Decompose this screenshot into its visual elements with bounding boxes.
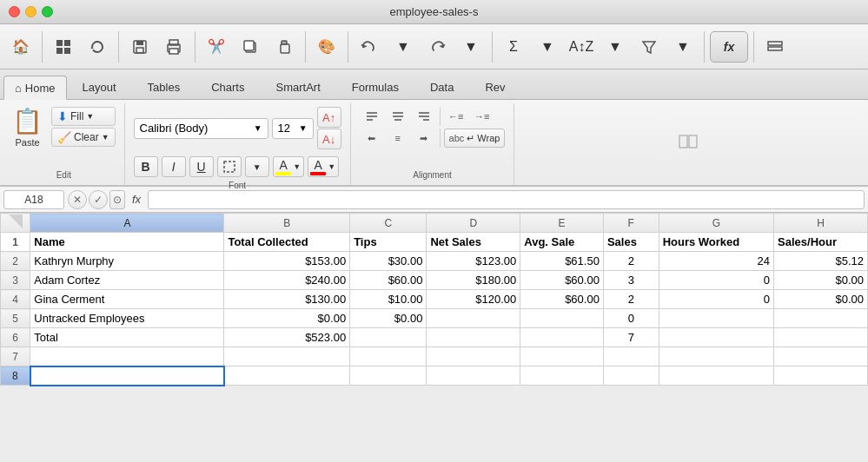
cell-G6[interactable] (659, 328, 773, 347)
cell-H6[interactable] (774, 328, 868, 347)
cell-D1[interactable]: Net Sales (427, 233, 520, 252)
font-size-selector[interactable]: 12 ▼ (272, 118, 314, 139)
copy-button[interactable] (235, 31, 266, 63)
cell-F2[interactable]: 2 (603, 252, 659, 271)
cell-B8[interactable] (224, 366, 350, 386)
tab-formulas[interactable]: Formulas (336, 75, 414, 99)
cell-C5[interactable]: $0.00 (350, 309, 427, 328)
cell-E4[interactable]: $60.00 (520, 290, 604, 309)
align-left-top[interactable] (360, 107, 384, 126)
cell-E7[interactable] (520, 347, 604, 366)
row-num-6[interactable]: 6 (1, 328, 30, 347)
cell-G8[interactable] (659, 366, 773, 386)
cell-A5[interactable]: Untracked Employees (30, 309, 224, 328)
row-num-5[interactable]: 5 (1, 309, 30, 328)
sort-dropdown[interactable]: ▼ (600, 31, 631, 63)
row-num-7[interactable]: 7 (1, 347, 30, 366)
font-decrease-button[interactable]: A↓ (317, 129, 341, 149)
cell-F8[interactable] (603, 366, 659, 386)
align-right-top[interactable] (412, 107, 436, 126)
grid-view-button[interactable] (48, 31, 79, 63)
cell-H2[interactable]: $5.12 (774, 252, 868, 271)
cell-E3[interactable]: $60.00 (520, 271, 604, 290)
cell-H3[interactable]: $0.00 (774, 271, 868, 290)
cell-H1[interactable]: Sales/Hour (774, 233, 868, 252)
tab-charts[interactable]: Charts (195, 75, 260, 99)
col-header-F[interactable]: F (603, 214, 659, 233)
expand-formula-button[interactable]: ⊙ (109, 190, 125, 209)
cancel-formula-button[interactable]: ✕ (68, 190, 87, 209)
align-center-top[interactable] (386, 107, 410, 126)
cell-F3[interactable]: 3 (603, 271, 659, 290)
cell-E2[interactable]: $61.50 (520, 252, 604, 271)
cell-G3[interactable]: 0 (659, 271, 773, 290)
cell-A3[interactable]: Adam Cortez (30, 271, 224, 290)
refresh-button[interactable] (82, 31, 113, 63)
cell-E6[interactable] (520, 328, 604, 347)
cell-B6[interactable]: $523.00 (224, 328, 350, 347)
cell-B4[interactable]: $130.00 (224, 290, 350, 309)
clear-button[interactable]: 🧹 Clear ▼ (51, 128, 116, 147)
cell-D7[interactable] (427, 347, 520, 366)
filter-dropdown[interactable]: ▼ (667, 31, 699, 63)
cell-F6[interactable]: 7 (603, 328, 659, 347)
cell-A2[interactable]: Kathryn Murphy (30, 252, 224, 271)
col-header-G[interactable]: G (659, 214, 773, 233)
border-button[interactable] (217, 156, 242, 177)
tab-tables[interactable]: Tables (132, 75, 196, 99)
cell-G5[interactable] (659, 309, 773, 328)
cell-G4[interactable]: 0 (659, 290, 773, 309)
align-right-bottom[interactable]: ➡ (412, 129, 436, 148)
underline-button[interactable]: U (189, 156, 214, 177)
border-dropdown[interactable]: ▼ (245, 156, 269, 177)
cell-reference-box[interactable]: A18 (3, 190, 64, 209)
indent-decrease-button[interactable]: ←≡ (444, 107, 468, 126)
cell-G7[interactable] (659, 347, 773, 366)
sort-button[interactable]: A↕Z (566, 31, 597, 63)
undo-dropdown[interactable]: ▼ (388, 31, 419, 63)
cell-C1[interactable]: Tips (350, 233, 427, 252)
cell-C6[interactable] (350, 328, 427, 347)
confirm-formula-button[interactable]: ✓ (89, 190, 108, 209)
cell-C2[interactable]: $30.00 (350, 252, 427, 271)
row-num-8[interactable]: 8 (1, 366, 30, 386)
cell-A4[interactable]: Gina Cerment (30, 290, 224, 309)
undo-button[interactable] (354, 31, 385, 63)
cell-H4[interactable]: $0.00 (774, 290, 868, 309)
font-color-button[interactable]: A ▼ (308, 156, 339, 177)
cell-H7[interactable] (774, 347, 868, 366)
row-num-4[interactable]: 4 (1, 290, 30, 309)
tab-review[interactable]: Rev (469, 75, 520, 99)
maximize-button[interactable] (42, 6, 53, 17)
cell-E8[interactable] (520, 366, 604, 386)
align-center-bottom[interactable]: ≡ (386, 129, 410, 148)
formula-input[interactable] (148, 190, 865, 209)
bold-button[interactable]: B (134, 156, 158, 177)
cell-D4[interactable]: $120.00 (427, 290, 520, 309)
cell-D3[interactable]: $180.00 (427, 271, 520, 290)
tab-data[interactable]: Data (414, 75, 469, 99)
cell-D2[interactable]: $123.00 (427, 252, 520, 271)
cell-H5[interactable] (774, 309, 868, 328)
cut-button[interactable]: ✂️ (201, 31, 232, 63)
cell-E5[interactable] (520, 309, 604, 328)
cell-A7[interactable] (30, 347, 224, 366)
cell-B5[interactable]: $0.00 (224, 309, 350, 328)
print-button[interactable] (158, 31, 189, 63)
font-selector[interactable]: Calibri (Body) ▼ (134, 118, 268, 139)
col-header-B[interactable]: B (224, 214, 350, 233)
row-num-2[interactable]: 2 (1, 252, 30, 271)
cell-H8[interactable] (774, 366, 868, 386)
cell-F4[interactable]: 2 (603, 290, 659, 309)
merge-button[interactable] (676, 132, 700, 151)
sum-button[interactable]: Σ (498, 31, 529, 63)
paste-toolbar-button[interactable] (268, 31, 300, 63)
cell-F5[interactable]: 0 (603, 309, 659, 328)
view-button[interactable] (759, 31, 791, 63)
cell-C8[interactable] (350, 366, 427, 386)
cell-B3[interactable]: $240.00 (224, 271, 350, 290)
cell-C3[interactable]: $60.00 (350, 271, 427, 290)
cell-F1[interactable]: Sales (603, 233, 659, 252)
highlight-color-button[interactable]: A ▼ (273, 156, 304, 177)
home-toolbar-icon[interactable]: 🏠 (5, 31, 36, 63)
